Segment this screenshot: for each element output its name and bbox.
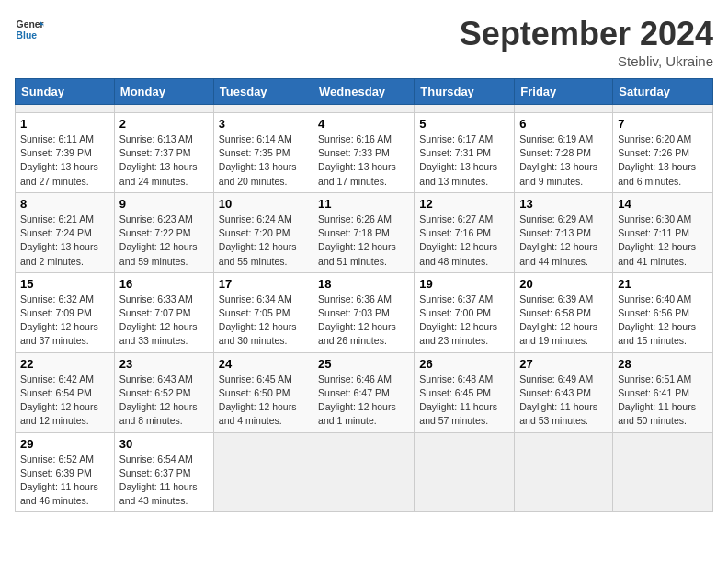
day-info: Sunrise: 6:52 AMSunset: 6:39 PMDaylight:… bbox=[20, 453, 109, 509]
week-row-5: 29Sunrise: 6:52 AMSunset: 6:39 PMDayligh… bbox=[16, 432, 713, 512]
day-number: 22 bbox=[20, 357, 109, 371]
day-number: 25 bbox=[318, 357, 409, 371]
day-cell: 7Sunrise: 6:20 AMSunset: 7:26 PMDaylight… bbox=[613, 113, 713, 193]
day-info: Sunrise: 6:20 AMSunset: 7:26 PMDaylight:… bbox=[618, 132, 708, 189]
logo-icon: General Blue bbox=[15, 15, 44, 44]
day-number: 26 bbox=[419, 357, 509, 371]
day-info: Sunrise: 6:45 AMSunset: 6:50 PMDaylight:… bbox=[219, 373, 308, 429]
day-info: Sunrise: 6:30 AMSunset: 7:11 PMDaylight:… bbox=[618, 213, 708, 269]
day-number: 28 bbox=[618, 357, 708, 371]
col-header-saturday: Saturday bbox=[613, 79, 713, 105]
day-cell: 10Sunrise: 6:24 AMSunset: 7:20 PMDayligh… bbox=[213, 192, 313, 272]
day-cell: 21Sunrise: 6:40 AMSunset: 6:56 PMDayligh… bbox=[613, 272, 713, 352]
day-info: Sunrise: 6:23 AMSunset: 7:22 PMDaylight:… bbox=[119, 213, 209, 269]
day-info: Sunrise: 6:17 AMSunset: 7:31 PMDaylight:… bbox=[419, 132, 509, 189]
day-info: Sunrise: 6:33 AMSunset: 7:07 PMDaylight:… bbox=[119, 293, 209, 349]
day-cell: 30Sunrise: 6:54 AMSunset: 6:37 PMDayligh… bbox=[114, 432, 213, 512]
day-number: 23 bbox=[119, 357, 209, 371]
week-row-1: 1Sunrise: 6:11 AMSunset: 7:39 PMDaylight… bbox=[16, 113, 713, 193]
day-cell: 8Sunrise: 6:21 AMSunset: 7:24 PMDaylight… bbox=[16, 192, 115, 272]
day-cell: 11Sunrise: 6:26 AMSunset: 7:18 PMDayligh… bbox=[313, 192, 415, 272]
day-cell: 2Sunrise: 6:13 AMSunset: 7:37 PMDaylight… bbox=[114, 113, 213, 193]
day-number: 14 bbox=[618, 197, 708, 211]
day-info: Sunrise: 6:34 AMSunset: 7:05 PMDaylight:… bbox=[219, 293, 308, 349]
day-cell bbox=[515, 105, 613, 113]
day-number: 27 bbox=[519, 357, 608, 371]
day-info: Sunrise: 6:42 AMSunset: 6:54 PMDaylight:… bbox=[20, 373, 109, 429]
col-header-monday: Monday bbox=[114, 79, 213, 105]
day-cell: 3Sunrise: 6:14 AMSunset: 7:35 PMDaylight… bbox=[213, 113, 313, 193]
day-cell bbox=[16, 105, 115, 113]
day-info: Sunrise: 6:46 AMSunset: 6:47 PMDaylight:… bbox=[318, 373, 409, 429]
day-cell: 24Sunrise: 6:45 AMSunset: 6:50 PMDayligh… bbox=[213, 352, 313, 432]
day-cell: 20Sunrise: 6:39 AMSunset: 6:58 PMDayligh… bbox=[515, 272, 613, 352]
title-block: September 2024 Stebliv, Ukraine bbox=[460, 15, 713, 69]
day-cell bbox=[213, 432, 313, 512]
week-row-2: 8Sunrise: 6:21 AMSunset: 7:24 PMDaylight… bbox=[16, 192, 713, 272]
day-number: 29 bbox=[20, 437, 109, 451]
day-number: 4 bbox=[318, 117, 409, 131]
day-cell: 12Sunrise: 6:27 AMSunset: 7:16 PMDayligh… bbox=[415, 192, 515, 272]
day-number: 3 bbox=[219, 117, 308, 131]
day-info: Sunrise: 6:54 AMSunset: 6:37 PMDaylight:… bbox=[119, 453, 209, 509]
day-cell: 18Sunrise: 6:36 AMSunset: 7:03 PMDayligh… bbox=[313, 272, 415, 352]
day-number: 20 bbox=[519, 277, 608, 291]
week-row-0 bbox=[16, 105, 713, 113]
day-info: Sunrise: 6:40 AMSunset: 6:56 PMDaylight:… bbox=[618, 293, 708, 349]
day-cell: 17Sunrise: 6:34 AMSunset: 7:05 PMDayligh… bbox=[213, 272, 313, 352]
day-cell: 19Sunrise: 6:37 AMSunset: 7:00 PMDayligh… bbox=[415, 272, 515, 352]
day-number: 5 bbox=[419, 117, 509, 131]
day-cell bbox=[213, 105, 313, 113]
day-cell: 26Sunrise: 6:48 AMSunset: 6:45 PMDayligh… bbox=[415, 352, 515, 432]
day-cell: 1Sunrise: 6:11 AMSunset: 7:39 PMDaylight… bbox=[16, 113, 115, 193]
day-number: 9 bbox=[119, 197, 209, 211]
day-cell bbox=[114, 105, 213, 113]
day-number: 30 bbox=[119, 437, 209, 451]
day-info: Sunrise: 6:21 AMSunset: 7:24 PMDaylight:… bbox=[20, 213, 109, 269]
day-cell bbox=[613, 432, 713, 512]
day-cell: 16Sunrise: 6:33 AMSunset: 7:07 PMDayligh… bbox=[114, 272, 213, 352]
day-info: Sunrise: 6:48 AMSunset: 6:45 PMDaylight:… bbox=[419, 373, 509, 429]
col-header-friday: Friday bbox=[515, 79, 613, 105]
day-number: 19 bbox=[419, 277, 509, 291]
day-cell: 6Sunrise: 6:19 AMSunset: 7:28 PMDaylight… bbox=[515, 113, 613, 193]
day-cell: 13Sunrise: 6:29 AMSunset: 7:13 PMDayligh… bbox=[515, 192, 613, 272]
col-header-tuesday: Tuesday bbox=[213, 79, 313, 105]
svg-text:Blue: Blue bbox=[17, 30, 38, 40]
location: Stebliv, Ukraine bbox=[460, 53, 713, 69]
day-info: Sunrise: 6:16 AMSunset: 7:33 PMDaylight:… bbox=[318, 132, 409, 189]
day-number: 6 bbox=[519, 117, 608, 131]
day-cell bbox=[313, 105, 415, 113]
day-info: Sunrise: 6:39 AMSunset: 6:58 PMDaylight:… bbox=[519, 293, 608, 349]
day-cell bbox=[515, 432, 613, 512]
day-info: Sunrise: 6:29 AMSunset: 7:13 PMDaylight:… bbox=[519, 213, 608, 269]
day-number: 7 bbox=[618, 117, 708, 131]
day-info: Sunrise: 6:32 AMSunset: 7:09 PMDaylight:… bbox=[20, 293, 109, 349]
week-row-4: 22Sunrise: 6:42 AMSunset: 6:54 PMDayligh… bbox=[16, 352, 713, 432]
day-info: Sunrise: 6:27 AMSunset: 7:16 PMDaylight:… bbox=[419, 213, 509, 269]
day-info: Sunrise: 6:19 AMSunset: 7:28 PMDaylight:… bbox=[519, 132, 608, 189]
day-number: 24 bbox=[219, 357, 308, 371]
day-info: Sunrise: 6:11 AMSunset: 7:39 PMDaylight:… bbox=[20, 132, 109, 189]
day-cell bbox=[415, 105, 515, 113]
day-number: 2 bbox=[119, 117, 209, 131]
week-row-3: 15Sunrise: 6:32 AMSunset: 7:09 PMDayligh… bbox=[16, 272, 713, 352]
day-number: 16 bbox=[119, 277, 209, 291]
day-number: 1 bbox=[20, 117, 109, 131]
col-header-sunday: Sunday bbox=[16, 79, 115, 105]
col-header-wednesday: Wednesday bbox=[313, 79, 415, 105]
day-info: Sunrise: 6:51 AMSunset: 6:41 PMDaylight:… bbox=[618, 373, 708, 429]
day-info: Sunrise: 6:14 AMSunset: 7:35 PMDaylight:… bbox=[219, 132, 308, 189]
day-cell: 27Sunrise: 6:49 AMSunset: 6:43 PMDayligh… bbox=[515, 352, 613, 432]
page-header: General Blue September 2024 Stebliv, Ukr… bbox=[15, 15, 713, 69]
day-cell: 25Sunrise: 6:46 AMSunset: 6:47 PMDayligh… bbox=[313, 352, 415, 432]
day-number: 21 bbox=[618, 277, 708, 291]
day-cell bbox=[313, 432, 415, 512]
day-number: 18 bbox=[318, 277, 409, 291]
day-cell: 28Sunrise: 6:51 AMSunset: 6:41 PMDayligh… bbox=[613, 352, 713, 432]
month-title: September 2024 bbox=[460, 15, 713, 53]
day-number: 8 bbox=[20, 197, 109, 211]
day-info: Sunrise: 6:13 AMSunset: 7:37 PMDaylight:… bbox=[119, 132, 209, 189]
day-number: 15 bbox=[20, 277, 109, 291]
day-cell: 29Sunrise: 6:52 AMSunset: 6:39 PMDayligh… bbox=[16, 432, 115, 512]
